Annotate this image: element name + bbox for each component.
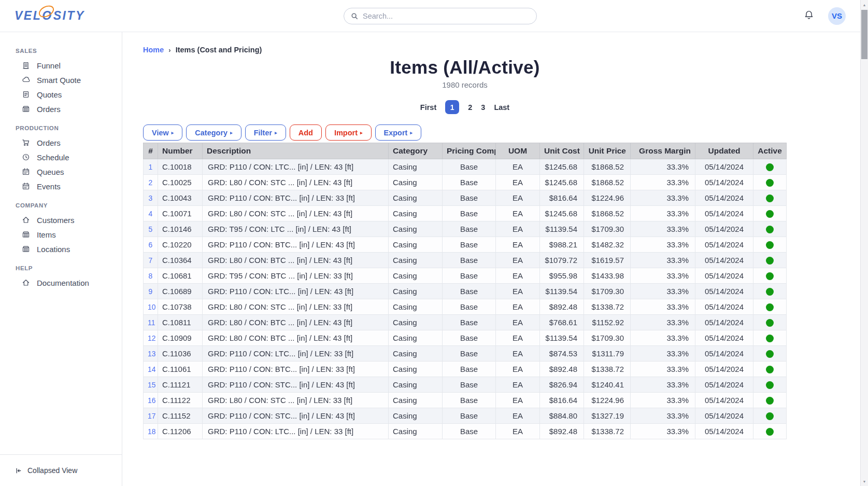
view-button[interactable]: View▸ (143, 124, 182, 141)
row-number-link[interactable]: 5 (149, 225, 153, 233)
pagination-last[interactable]: Last (494, 103, 509, 112)
column-header-uom[interactable]: UOM (496, 143, 540, 159)
column-header-unit_price[interactable]: Unit Price (584, 143, 631, 159)
cell-description: GRD: P110 / CON: LTC... [in] / LEN: 33 [… (203, 424, 389, 439)
cell-unit_cost: $826.94 (540, 377, 584, 393)
table-row: 14C.11061GRD: P110 / CON: BTC... [in] / … (144, 362, 787, 377)
nav-section-label: SALES (16, 48, 122, 54)
breadcrumb-home-link[interactable]: Home (143, 46, 164, 54)
cell-description: GRD: P110 / CON: LTC... [in] / LEN: 43 [… (203, 284, 389, 299)
scroll-down-arrow-icon[interactable]: ▼ (861, 478, 868, 485)
sidebar-item-funnel[interactable]: Funnel (16, 58, 122, 73)
page-scrollbar[interactable]: ▲ ▼ (860, 0, 868, 486)
row-number-link[interactable]: 2 (149, 178, 153, 187)
row-number-link[interactable]: 14 (148, 365, 156, 373)
cell-updated: 05/14/2024 (695, 206, 753, 221)
notification-bell-icon[interactable] (803, 9, 815, 23)
active-status-dot (766, 179, 774, 187)
pagination: First 123 Last (143, 100, 787, 114)
import-button[interactable]: Import▸ (325, 124, 372, 141)
pagination-page-3[interactable]: 3 (481, 103, 485, 112)
column-header-description[interactable]: Description (203, 143, 389, 159)
cell-unit_cost: $768.61 (540, 315, 584, 330)
sidebar-item-label: Schedule (37, 153, 69, 162)
clock-icon (22, 153, 30, 161)
row-number-link[interactable]: 12 (148, 334, 156, 342)
sidebar-item-customers[interactable]: Customers (16, 213, 122, 227)
cell-number: C.10738 (158, 299, 203, 315)
export-button[interactable]: Export▸ (375, 124, 421, 141)
category-button[interactable]: Category▸ (186, 124, 241, 141)
column-header-pricing_comp[interactable]: Pricing Comp (443, 143, 496, 159)
row-number-link[interactable]: 11 (148, 318, 155, 327)
scrollbar-thumb[interactable] (861, 10, 867, 59)
cell-unit_cost: $988.21 (540, 237, 584, 253)
sidebar-item-items[interactable]: Items (16, 227, 122, 242)
add-button[interactable]: Add (290, 124, 322, 141)
sidebar-item-locations[interactable]: Locations (16, 242, 122, 256)
cell-active (753, 424, 787, 439)
sidebar-item-documentation[interactable]: Documentation (16, 275, 122, 290)
pagination-first[interactable]: First (420, 103, 436, 112)
cell-description: GRD: P110 / CON: LTC... [in] / LEN: 33 [… (203, 346, 389, 362)
sidebar-item-label: Locations (37, 245, 70, 254)
row-number-link[interactable]: 3 (149, 194, 153, 202)
row-number-link[interactable]: 15 (148, 381, 156, 389)
logo-orbit-o-icon: O (41, 9, 53, 23)
cell-gross_margin: 33.3% (631, 393, 695, 408)
column-header-unit_cost[interactable]: Unit Cost (540, 143, 584, 159)
cell-gross_margin: 33.3% (631, 206, 695, 221)
sidebar-item-quotes[interactable]: Quotes (16, 87, 122, 102)
column-header-updated[interactable]: Updated (695, 143, 753, 159)
row-number-link[interactable]: 4 (149, 210, 153, 218)
avatar[interactable]: VS (828, 7, 846, 25)
cell-description: GRD: L80 / CON: STC ... [in] / LEN: 33 [… (203, 393, 389, 408)
velosity-logo[interactable]: VELOSITY (15, 9, 85, 23)
column-header-active[interactable]: Active (753, 143, 787, 159)
cell-active (753, 299, 787, 315)
row-number-link[interactable]: 9 (149, 287, 153, 296)
active-status-dot (766, 397, 774, 405)
sidebar-item-queues[interactable]: Queues (16, 164, 122, 179)
sidebar-item-label: Funnel (37, 61, 61, 70)
cell-pricing_comp: Base (443, 237, 496, 253)
row-number-link[interactable]: 18 (148, 427, 156, 436)
cell-number: C.11206 (158, 424, 203, 439)
row-number-link[interactable]: 6 (149, 241, 153, 249)
column-header-category[interactable]: Category (389, 143, 443, 159)
row-number-link[interactable]: 13 (148, 350, 156, 358)
sidebar-item-orders[interactable]: Orders (16, 135, 122, 150)
cell-updated: 05/14/2024 (695, 393, 753, 408)
row-number-link[interactable]: 17 (148, 412, 156, 420)
nav-section-label: PRODUCTION (16, 125, 122, 131)
table-row: 5C.10146GRD: T95 / CON: LTC ... [in] / L… (144, 221, 787, 237)
collapse-view-button[interactable]: Collapsed View (0, 454, 122, 486)
cell-category: Casing (389, 393, 443, 408)
cell-unit_cost: $1139.54 (540, 330, 584, 346)
filter-button[interactable]: Filter▸ (245, 124, 286, 141)
building-icon (22, 61, 30, 70)
column-header-num[interactable]: # (144, 143, 158, 159)
cell-active (753, 237, 787, 253)
row-number-link[interactable]: 1 (149, 163, 153, 171)
search-input[interactable] (363, 12, 530, 20)
row-number-link[interactable]: 16 (148, 396, 156, 405)
column-header-gross_margin[interactable]: Gross Margin (631, 143, 695, 159)
row-number-link[interactable]: 10 (148, 303, 156, 311)
column-header-number[interactable]: Number (158, 143, 203, 159)
cell-num: 3 (144, 190, 158, 206)
table-row: 9C.10689GRD: P110 / CON: LTC... [in] / L… (144, 284, 787, 299)
pagination-page-2[interactable]: 2 (468, 103, 472, 112)
sidebar-item-smart-quote[interactable]: Smart Quote (16, 73, 122, 87)
sidebar-item-schedule[interactable]: Schedule (16, 150, 122, 164)
table-row: 1C.10018GRD: P110 / CON: LTC... [in] / L… (144, 159, 787, 175)
cell-category: Casing (389, 206, 443, 221)
cell-pricing_comp: Base (443, 362, 496, 377)
pagination-page-1[interactable]: 1 (445, 100, 459, 114)
row-number-link[interactable]: 8 (149, 272, 153, 280)
scroll-up-arrow-icon[interactable]: ▲ (861, 1, 868, 8)
cell-description: GRD: P110 / CON: STC... [in] / LEN: 43 [… (203, 408, 389, 424)
sidebar-item-events[interactable]: Events (16, 179, 122, 193)
sidebar-item-orders[interactable]: Orders (16, 102, 122, 116)
row-number-link[interactable]: 7 (149, 256, 153, 265)
